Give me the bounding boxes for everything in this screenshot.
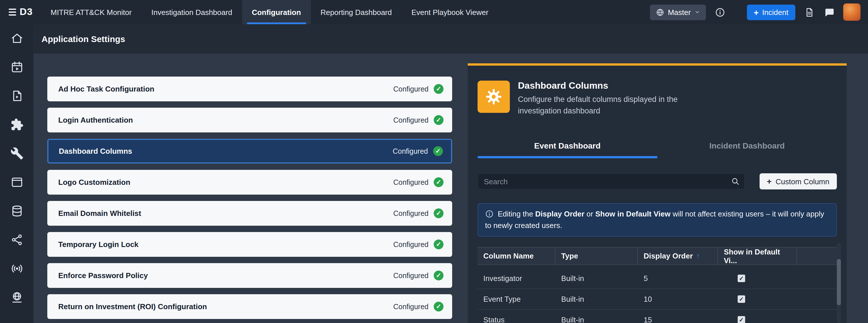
- primary-nav: MITRE ATT&CK Monitor Investigation Dashb…: [41, 0, 498, 24]
- setting-status: Configured: [393, 240, 429, 248]
- setting-label: Temporary Login Lock: [58, 240, 138, 249]
- search-input[interactable]: [477, 173, 745, 189]
- setting-status-group: Configured: [393, 177, 443, 187]
- setting-card[interactable]: Dashboard Columns Configured: [47, 139, 452, 164]
- configured-check-icon: [434, 302, 443, 312]
- nav-item[interactable]: MITRE ATT&CK Monitor: [41, 0, 141, 24]
- setting-card[interactable]: Login Authentication Configured: [47, 108, 452, 133]
- setting-label: Dashboard Columns: [59, 147, 132, 155]
- cell-column-name: Status: [477, 316, 555, 323]
- cell-display-order: 15: [638, 316, 718, 323]
- search-box: [477, 173, 745, 189]
- header-display-order[interactable]: Display Order↑: [638, 248, 718, 264]
- incident-button-label: Incident: [762, 8, 788, 16]
- utilities-tools-icon[interactable]: [10, 147, 23, 160]
- detail-header: Dashboard Columns Configure the default …: [468, 66, 847, 117]
- setting-status: Configured: [393, 209, 429, 217]
- setting-card[interactable]: Ad Hoc Task Configuration Configured: [47, 77, 452, 101]
- setting-status-group: Configured: [393, 115, 443, 125]
- info-banner: Editing the Display Order or Show in Def…: [477, 203, 837, 237]
- nav-item-label: Reporting Dashboard: [321, 8, 392, 16]
- chat-bubble-icon[interactable]: [824, 7, 835, 17]
- show-in-default-checkbox[interactable]: [738, 295, 745, 303]
- nav-item-label: Investigation Dashboard: [151, 8, 232, 16]
- configured-check-icon: [434, 208, 443, 218]
- configured-check-icon: [433, 146, 443, 156]
- setting-label: Email Domain Whitelist: [58, 209, 141, 218]
- nav-item[interactable]: Event Playbook Viewer: [402, 0, 498, 24]
- table-scrollbar[interactable]: [837, 243, 841, 323]
- header-column-name[interactable]: Column Name: [477, 248, 555, 264]
- cell-column-name: Investigator: [477, 274, 555, 283]
- show-in-default-checkbox[interactable]: [738, 275, 745, 282]
- search-icon[interactable]: [731, 177, 740, 186]
- configured-check-icon: [434, 84, 443, 94]
- setting-status-group: Configured: [393, 302, 443, 312]
- document-icon[interactable]: [804, 7, 815, 17]
- setting-card[interactable]: Email Domain Whitelist Configured: [47, 201, 452, 226]
- top-navigation-bar: D3 MITRE ATT&CK Monitor Investigation Da…: [0, 0, 868, 24]
- setting-card[interactable]: Enforce Password Policy Configured: [47, 263, 452, 288]
- cell-show-in-default: [718, 316, 797, 323]
- broadcast-icon[interactable]: [10, 262, 23, 275]
- window-panel-icon[interactable]: [10, 176, 23, 189]
- setting-status: Configured: [393, 302, 429, 311]
- dashboard-tab[interactable]: Incident Dashboard: [657, 134, 837, 158]
- cell-type: Built-in: [555, 295, 638, 303]
- nav-item[interactable]: Reporting Dashboard: [311, 0, 402, 24]
- setting-label: Return on Investment (ROI) Configuration: [58, 302, 207, 311]
- header-show-in-default[interactable]: Show in Default Vi...: [718, 248, 797, 264]
- dashboard-tabs: Event Dashboard Incident Dashboard: [477, 134, 837, 158]
- tenant-label: Master: [668, 8, 691, 16]
- scrollbar-thumb[interactable]: [837, 259, 841, 305]
- setting-status: Configured: [393, 85, 429, 93]
- chevron-down-icon: [694, 9, 700, 15]
- table-row[interactable]: Event Type Built-in 10: [477, 289, 837, 310]
- nav-item[interactable]: Configuration: [242, 0, 311, 24]
- setting-card[interactable]: Return on Investment (ROI) Configuration…: [47, 294, 452, 319]
- d3-logo[interactable]: D3: [0, 6, 41, 18]
- setting-status: Configured: [393, 116, 429, 124]
- calendar-event-icon[interactable]: [10, 61, 23, 74]
- user-avatar[interactable]: [843, 3, 861, 21]
- table-row[interactable]: Status Built-in 15: [477, 310, 837, 323]
- topbar-right-cluster: Master + Incident: [650, 3, 868, 21]
- tab-label: Event Dashboard: [534, 141, 600, 150]
- table-row[interactable]: Investigator Built-in 5: [477, 268, 837, 289]
- integrations-puzzle-icon[interactable]: [10, 118, 23, 131]
- dashboard-tab[interactable]: Event Dashboard: [477, 134, 657, 158]
- nav-item[interactable]: Investigation Dashboard: [142, 0, 242, 24]
- sort-ascending-icon: ↑: [696, 252, 700, 260]
- cell-show-in-default: [718, 275, 797, 282]
- setting-status-group: Configured: [393, 240, 443, 249]
- custom-column-button[interactable]: + Custom Column: [759, 173, 837, 189]
- share-network-icon[interactable]: [10, 233, 23, 246]
- detail-panel: Dashboard Columns Configure the default …: [468, 63, 847, 323]
- cell-show-in-default: [718, 295, 797, 303]
- gear-icon: [477, 81, 510, 113]
- search-row: + Custom Column: [477, 173, 837, 189]
- header-type[interactable]: Type: [555, 248, 638, 264]
- configured-check-icon: [434, 271, 443, 280]
- detail-description: Configure the default columns displayed …: [518, 94, 714, 117]
- playbook-document-icon[interactable]: [10, 89, 23, 103]
- custom-column-label: Custom Column: [776, 177, 829, 186]
- info-icon: [485, 210, 494, 218]
- new-incident-button[interactable]: + Incident: [747, 4, 795, 20]
- page-title: Application Settings: [41, 34, 125, 44]
- setting-status: Configured: [393, 178, 429, 186]
- plus-icon: +: [753, 8, 759, 16]
- globe-language-icon[interactable]: [10, 291, 23, 304]
- tenant-selector[interactable]: Master: [650, 4, 706, 20]
- home-icon[interactable]: [10, 32, 23, 45]
- setting-card[interactable]: Logo Customization Configured: [47, 170, 452, 194]
- show-in-default-checkbox[interactable]: [738, 316, 745, 323]
- setting-label: Logo Customization: [58, 178, 130, 186]
- cell-type: Built-in: [555, 316, 638, 323]
- setting-status: Configured: [393, 272, 429, 280]
- configured-check-icon: [434, 115, 443, 125]
- database-icon[interactable]: [10, 204, 23, 218]
- setting-card[interactable]: Temporary Login Lock Configured: [47, 232, 452, 257]
- tab-label: Incident Dashboard: [709, 141, 785, 150]
- info-circle-icon[interactable]: [714, 7, 725, 17]
